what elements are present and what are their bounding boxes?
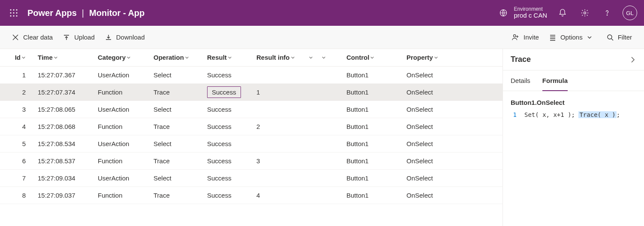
cell-result-info: 4 [253, 186, 304, 204]
cell-id: 8 [0, 186, 34, 204]
cell-result-info [253, 169, 304, 186]
app-launcher-button[interactable] [3, 3, 24, 23]
cell-extra1 [304, 135, 317, 152]
environment-picker[interactable]: Environment prod c CAN [499, 6, 547, 19]
cell-time: 15:27:08.537 [34, 152, 94, 169]
result-highlight: Success [207, 86, 241, 98]
cell-time: 15:27:09.034 [34, 169, 94, 186]
environment-name: prod c CAN [514, 12, 547, 19]
table-row[interactable]: 515:27:08.534UserActionSelectSuccessButt… [0, 135, 503, 152]
upload-button[interactable]: Upload [63, 34, 95, 41]
cell-control: Button1 [343, 83, 403, 101]
cell-extra2 [317, 118, 343, 135]
breadcrumb-separator: | [82, 8, 84, 18]
cell-result-info [253, 101, 304, 118]
cell-operation: Select [150, 169, 204, 186]
options-label: Options [560, 34, 583, 41]
column-header-result[interactable]: Result [204, 49, 253, 66]
chevron-down-icon [322, 55, 326, 60]
svg-point-12 [514, 34, 516, 37]
svg-point-11 [607, 15, 607, 15]
column-header-extra2[interactable] [317, 49, 343, 66]
cell-extra1 [304, 66, 317, 83]
download-icon [105, 34, 112, 41]
close-icon [12, 34, 19, 41]
panel-expand-button[interactable] [629, 56, 636, 63]
upload-label: Upload [74, 34, 95, 41]
column-header-result-info[interactable]: Result info [253, 49, 304, 66]
table-row[interactable]: 315:27:08.065UserActionSelectSuccessButt… [0, 101, 503, 118]
column-header-category[interactable]: Category [94, 49, 150, 66]
cell-operation: Select [150, 101, 204, 118]
table-row[interactable]: 215:27:07.374FunctionTraceSuccess1Button… [0, 83, 503, 101]
person-add-icon [512, 34, 519, 41]
cell-category: UserAction [94, 135, 150, 152]
table-row[interactable]: 415:27:08.068FunctionTraceSuccess2Button… [0, 118, 503, 135]
svg-point-8 [16, 15, 17, 16]
cell-property: OnSelect [403, 169, 503, 186]
filter-button[interactable]: Filter [607, 34, 632, 41]
cell-category: Function [94, 118, 150, 135]
notifications-button[interactable] [552, 3, 573, 23]
table-row[interactable]: 715:27:09.034UserActionSelectSuccessButt… [0, 169, 503, 186]
cell-result: Success [204, 101, 253, 118]
clear-data-button[interactable]: Clear data [12, 34, 53, 41]
column-header-property[interactable]: Property [403, 49, 503, 66]
cell-result: Success [204, 169, 253, 186]
cell-time: 15:27:07.374 [34, 83, 94, 101]
chevron-down-icon [228, 55, 232, 60]
cell-id: 1 [0, 66, 34, 83]
help-button[interactable] [597, 3, 617, 23]
cell-operation: Trace [150, 186, 204, 204]
gear-icon [581, 9, 589, 17]
breadcrumb: Power Apps | Monitor - App [27, 8, 144, 18]
svg-point-2 [16, 9, 17, 10]
details-panel: Trace Details Formula Button1.OnSelect 1… [503, 49, 644, 226]
cell-result-info [253, 66, 304, 83]
svg-point-5 [16, 12, 17, 13]
download-button[interactable]: Download [105, 34, 145, 41]
events-grid: Id Time Category Operation Result Result… [0, 49, 503, 226]
svg-point-7 [13, 15, 14, 16]
table-row[interactable]: 115:27:07.367UserActionSelectSuccessButt… [0, 66, 503, 83]
command-bar: Clear data Upload Download Invite Option… [0, 26, 644, 49]
cell-extra2 [317, 152, 343, 169]
clear-data-label: Clear data [23, 34, 53, 41]
cell-control: Button1 [343, 135, 403, 152]
cell-property: OnSelect [403, 66, 503, 83]
cell-extra1 [304, 118, 317, 135]
chevron-down-icon [21, 55, 26, 60]
tab-formula[interactable]: Formula [542, 70, 568, 91]
svg-point-1 [13, 9, 14, 10]
chevron-down-icon [370, 55, 374, 60]
cell-id: 2 [0, 83, 34, 101]
table-row[interactable]: 815:27:09.037FunctionTraceSuccess4Button… [0, 186, 503, 204]
invite-button[interactable]: Invite [512, 34, 539, 41]
cell-property: OnSelect [403, 186, 503, 204]
column-header-operation[interactable]: Operation [150, 49, 204, 66]
cell-result-info [253, 135, 304, 152]
download-label: Download [116, 34, 145, 41]
cell-property: OnSelect [403, 135, 503, 152]
settings-button[interactable] [575, 3, 595, 23]
column-header-control[interactable]: Control [343, 49, 403, 66]
globe-icon [499, 9, 508, 17]
user-avatar[interactable]: GL [623, 6, 637, 20]
tab-details[interactable]: Details [511, 70, 530, 91]
table-row[interactable]: 615:27:08.537FunctionTraceSuccess3Button… [0, 152, 503, 169]
chevron-right-icon [629, 56, 636, 63]
column-header-id[interactable]: Id [0, 49, 34, 66]
cell-result-info: 1 [253, 83, 304, 101]
chevron-down-icon [291, 55, 295, 60]
code-highlight: Trace( x ) [578, 111, 616, 118]
chevron-down-icon [54, 55, 58, 60]
cell-result: Success [204, 186, 253, 204]
cell-category: Function [94, 186, 150, 204]
svg-point-4 [13, 12, 14, 13]
column-header-extra1[interactable] [304, 49, 317, 66]
column-header-time[interactable]: Time [34, 49, 94, 66]
cell-operation: Trace [150, 118, 204, 135]
product-name[interactable]: Power Apps [27, 8, 77, 18]
options-button[interactable]: Options [549, 34, 592, 41]
cell-time: 15:27:08.065 [34, 101, 94, 118]
